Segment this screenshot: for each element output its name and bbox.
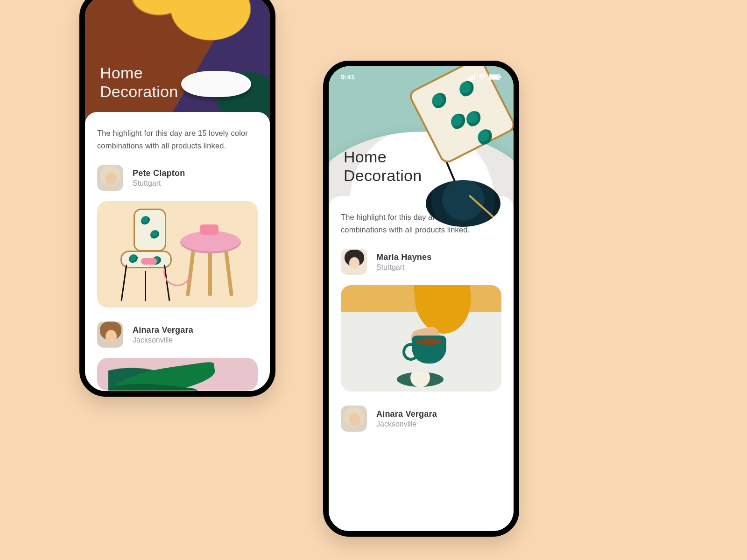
- svg-rect-3: [474, 74, 475, 80]
- hero-title-line2: Decoration: [344, 167, 422, 184]
- battery-icon: [489, 74, 501, 80]
- author-name: Ainara Vergara: [133, 325, 193, 335]
- avatar[interactable]: [97, 165, 123, 191]
- svg-rect-7: [500, 76, 501, 78]
- svg-rect-1: [469, 77, 471, 80]
- hero-banner: 9:41 Home Decora: [329, 66, 514, 206]
- author-location: Jacksonville: [376, 420, 437, 428]
- svg-point-4: [481, 78, 483, 79]
- svg-rect-6: [490, 75, 499, 79]
- card-illustration-chair: [118, 209, 178, 301]
- author-name: Pete Clapton: [133, 168, 185, 178]
- hero-title: Home Decoration: [100, 63, 178, 101]
- author-row[interactable]: Ainara Vergara Jacksonville: [341, 406, 501, 432]
- status-bar: 9:41: [329, 73, 514, 81]
- card-illustration-table: [180, 226, 241, 296]
- hero-title-line1: Home: [344, 148, 387, 166]
- wifi-icon: [478, 74, 486, 80]
- highlight-text: The highlight for this day are 15 lovely…: [97, 127, 258, 152]
- post-card[interactable]: [97, 201, 258, 308]
- author-location: Stuttgart: [133, 179, 185, 188]
- status-time: 9:41: [341, 73, 355, 81]
- author-row[interactable]: Maria Haynes Stuttgart: [341, 249, 501, 275]
- phone-mockup-right: 9:41 Home Decora: [323, 61, 519, 537]
- card-illustration-saucer: [397, 372, 444, 387]
- avatar[interactable]: [341, 249, 367, 275]
- author-name: Maria Haynes: [376, 252, 431, 262]
- post-card-peek[interactable]: [97, 358, 258, 391]
- hero-banner: Home Decoration: [85, 0, 270, 122]
- author-row[interactable]: Pete Clapton Stuttgart: [97, 165, 258, 191]
- phone-mockup-left: Home Decoration The highlight for this d…: [79, 0, 275, 397]
- card-illustration-cup: [412, 336, 446, 364]
- post-card[interactable]: [341, 285, 501, 392]
- hero-title-line2: Decoration: [100, 83, 178, 100]
- card-illustration-bow: [141, 258, 157, 265]
- avatar[interactable]: [97, 322, 123, 348]
- author-location: Stuttgart: [376, 263, 431, 272]
- author-row[interactable]: Ainara Vergara Jacksonville: [97, 322, 258, 348]
- svg-rect-0: [467, 78, 468, 80]
- avatar[interactable]: [341, 406, 367, 432]
- svg-rect-2: [472, 75, 473, 80]
- signal-icon: [467, 74, 475, 80]
- hero-illustration-plate: [426, 180, 500, 227]
- content-sheet[interactable]: The highlight for this day are 15 lovely…: [329, 196, 514, 531]
- hero-illustration-shoe: [181, 71, 251, 97]
- content-sheet[interactable]: The highlight for this day are 15 lovely…: [85, 112, 270, 391]
- hero-title-line1: Home: [100, 64, 143, 82]
- author-location: Jacksonville: [133, 336, 193, 344]
- hero-title: Home Decoration: [344, 147, 422, 185]
- card-illustration-leaf: [108, 358, 225, 391]
- author-name: Ainara Vergara: [376, 409, 437, 419]
